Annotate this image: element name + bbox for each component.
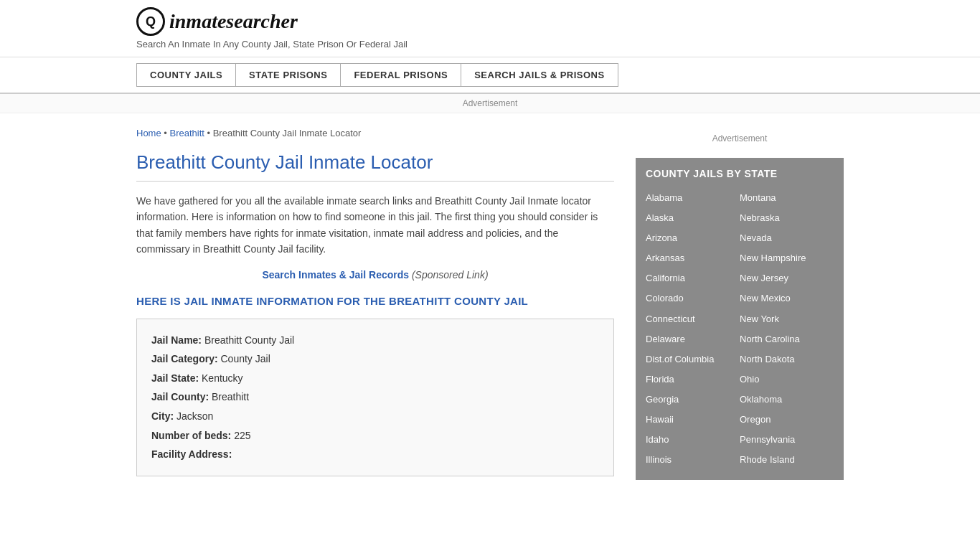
jail-name-val: Breathitt County Jail: [204, 334, 294, 346]
jail-address-row: Facility Address:: [151, 445, 599, 464]
nav-county-jails[interactable]: COUNTY JAILS: [136, 63, 236, 87]
state-link[interactable]: Delaware: [646, 329, 740, 349]
state-link[interactable]: Georgia: [646, 390, 740, 410]
state-col-left: AlabamaAlaskaArizonaArkansasCaliforniaCo…: [646, 188, 740, 470]
navigation: COUNTY JAILS STATE PRISONS FEDERAL PRISO…: [0, 57, 980, 94]
state-link[interactable]: Connecticut: [646, 309, 740, 329]
sidebar-ad: Advertisement: [636, 128, 844, 158]
nav-state-prisons[interactable]: STATE PRISONS: [236, 63, 341, 87]
state-link[interactable]: New Hampshire: [740, 248, 834, 268]
logo-text: inmatesearcher: [169, 10, 298, 33]
jail-info-box: Jail Name: Breathitt County Jail Jail Ca…: [136, 319, 614, 476]
nav-search-jails[interactable]: SEARCH JAILS & PRISONS: [461, 63, 618, 87]
breadcrumb-breathitt[interactable]: Breathitt: [169, 128, 204, 138]
jail-state-label: Jail State:: [151, 372, 199, 384]
main-layout: Home • Breathitt • Breathitt County Jail…: [0, 113, 980, 480]
state-link[interactable]: New York: [740, 309, 834, 329]
tagline: Search An Inmate In Any County Jail, Sta…: [136, 39, 844, 50]
jail-county-label: Jail County:: [151, 391, 209, 402]
state-list-box: COUNTY JAILS BY STATE AlabamaAlaskaArizo…: [636, 158, 844, 480]
header: Q inmatesearcher Search An Inmate In Any…: [0, 0, 980, 57]
state-link[interactable]: Pennsylvania: [740, 430, 834, 450]
jail-city-row: City: Jackson: [151, 407, 599, 426]
nav-federal-prisons[interactable]: FEDERAL PRISONS: [341, 63, 461, 87]
search-link-area: Search Inmates & Jail Records (Sponsored…: [136, 269, 614, 281]
sponsored-text: (Sponsored Link): [412, 269, 489, 281]
logo-icon: Q: [136, 7, 165, 36]
jail-beds-label: Number of beds:: [151, 430, 231, 441]
state-list-title: COUNTY JAILS BY STATE: [646, 168, 834, 179]
jail-state-row: Jail State: Kentucky: [151, 369, 599, 388]
jail-category-label: Jail Category:: [151, 353, 218, 364]
jail-beds-val: 225: [234, 430, 250, 441]
sidebar: Advertisement COUNTY JAILS BY STATE Alab…: [636, 113, 844, 480]
state-link[interactable]: Illinois: [646, 450, 740, 470]
breadcrumb-sep2: •: [207, 128, 213, 138]
jail-city-val: Jackson: [176, 410, 213, 422]
search-inmates-link[interactable]: Search Inmates & Jail Records: [262, 269, 409, 281]
state-link[interactable]: Idaho: [646, 430, 740, 450]
breadcrumb: Home • Breathitt • Breathitt County Jail…: [136, 128, 614, 138]
state-link[interactable]: Dist.of Columbia: [646, 349, 740, 369]
jail-county-row: Jail County: Breathitt: [151, 387, 599, 407]
content-area: Home • Breathitt • Breathitt County Jail…: [136, 113, 614, 480]
jail-category-row: Jail Category: County Jail: [151, 349, 599, 369]
state-link[interactable]: Colorado: [646, 288, 740, 309]
breadcrumb-home[interactable]: Home: [136, 128, 161, 138]
state-link[interactable]: Montana: [740, 188, 834, 208]
state-link[interactable]: Alaska: [646, 208, 740, 228]
state-link[interactable]: Rhode Island: [740, 450, 834, 470]
state-link[interactable]: Oregon: [740, 410, 834, 430]
state-link[interactable]: Florida: [646, 369, 740, 390]
info-heading: HERE IS JAIL INMATE INFORMATION FOR THE …: [136, 295, 614, 307]
breadcrumb-current: Breathitt County Jail Inmate Locator: [213, 128, 362, 138]
jail-city-label: City:: [151, 410, 174, 422]
jail-name-label: Jail Name:: [151, 334, 202, 346]
state-link[interactable]: Nebraska: [740, 208, 834, 228]
state-link[interactable]: Ohio: [740, 369, 834, 390]
description-text: We have gathered for you all the availab…: [136, 193, 614, 258]
page-title: Breathitt County Jail Inmate Locator: [136, 151, 614, 182]
state-link[interactable]: Nevada: [740, 228, 834, 248]
state-link[interactable]: New Mexico: [740, 288, 834, 309]
jail-name-row: Jail Name: Breathitt County Jail: [151, 331, 599, 350]
state-link[interactable]: New Jersey: [740, 268, 834, 288]
state-link[interactable]: Oklahoma: [740, 390, 834, 410]
state-col-right: MontanaNebraskaNevadaNew HampshireNew Je…: [740, 188, 834, 470]
jail-address-label: Facility Address:: [151, 448, 232, 460]
state-link[interactable]: Arkansas: [646, 248, 740, 268]
state-columns: AlabamaAlaskaArizonaArkansasCaliforniaCo…: [646, 188, 834, 470]
jail-beds-row: Number of beds: 225: [151, 426, 599, 446]
jail-county-val: Breathitt: [212, 391, 249, 402]
jail-state-val: Kentucky: [202, 372, 243, 384]
logo-area: Q inmatesearcher: [136, 7, 844, 36]
state-link[interactable]: Arizona: [646, 228, 740, 248]
jail-category-val: County Jail: [220, 353, 270, 364]
state-link[interactable]: California: [646, 268, 740, 288]
state-link[interactable]: North Dakota: [740, 349, 834, 369]
state-link[interactable]: North Carolina: [740, 329, 834, 349]
state-link[interactable]: Hawaii: [646, 410, 740, 430]
ad-bar: Advertisement: [0, 94, 980, 113]
state-link[interactable]: Alabama: [646, 188, 740, 208]
